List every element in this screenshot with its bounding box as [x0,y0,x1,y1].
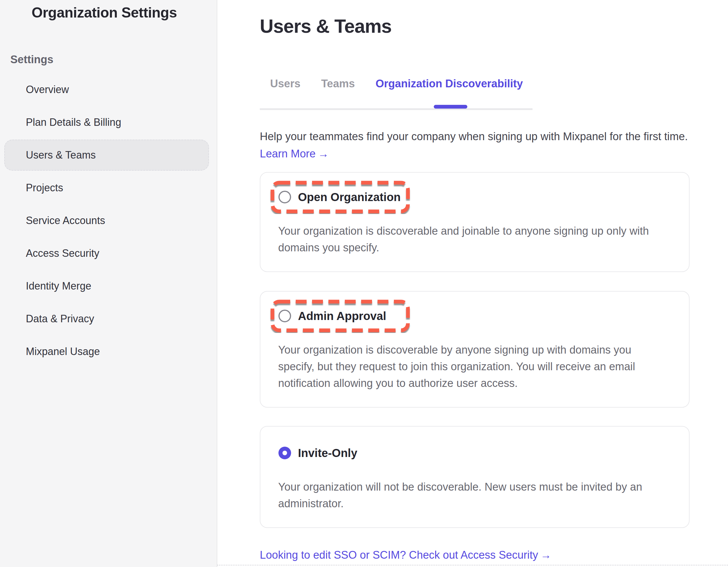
bottom-divider [217,565,728,566]
sidebar-nav: Overview Plan Details & Billing Users & … [0,73,217,368]
sidebar-item-data-privacy[interactable]: Data & Privacy [0,303,217,335]
option-description: Your organization is discoverable by any… [278,342,681,392]
sidebar-item-mixpanel-usage[interactable]: Mixpanel Usage [0,335,217,368]
sidebar: Organization Settings Settings Overview … [0,0,217,567]
tab-organization-discoverability[interactable]: Organization Discoverability [375,78,523,90]
option-card-invite-only: Invite-Only Your organization will not b… [260,426,690,528]
option-label: Open Organization [298,191,401,204]
sidebar-item-access-security[interactable]: Access Security [0,237,217,270]
option-label: Invite-Only [298,447,357,460]
radio-open-organization[interactable] [278,191,291,203]
intro-text: Help your teammates find your company wh… [260,128,728,144]
sidebar-title: Organization Settings [32,4,217,21]
radio-invite-only[interactable] [278,447,291,459]
sidebar-section-label: Settings [10,53,217,66]
sidebar-item-service-accounts[interactable]: Service Accounts [0,204,217,237]
option-label: Admin Approval [298,310,386,323]
option-invite-only[interactable]: Invite-Only [270,436,411,470]
main-content: Users & Teams Users Teams Organization D… [217,0,728,567]
learn-more-link[interactable]: Learn More→ [260,146,329,162]
sidebar-item-identity-merge[interactable]: Identity Merge [0,270,217,303]
option-open-organization[interactable]: Open Organization [270,180,411,214]
sidebar-item-label: Access Security [26,247,99,259]
page-title: Users & Teams [260,15,728,37]
option-card-open-organization: Open Organization Your organization is d… [260,172,690,272]
app-window: Organization Settings Settings Overview … [0,0,728,567]
learn-more-label: Learn More [260,148,315,160]
radio-admin-approval[interactable] [278,310,291,322]
sidebar-item-label: Projects [26,182,63,194]
active-tab-indicator [434,105,467,109]
sidebar-item-label: Data & Privacy [26,313,94,325]
option-card-admin-approval: Admin Approval Your organization is disc… [260,291,690,408]
access-security-link[interactable]: Looking to edit SSO or SCIM? Check out A… [260,547,551,563]
option-description: Your organization is discoverable and jo… [278,222,681,256]
tab-teams[interactable]: Teams [321,78,355,90]
sidebar-item-users-teams[interactable]: Users & Teams [0,139,217,171]
tab-bar: Users Teams Organization Discoverability [260,78,728,90]
tab-divider [260,108,533,110]
sidebar-item-label: Users & Teams [26,149,96,161]
sidebar-item-label: Mixpanel Usage [26,346,100,358]
sidebar-item-projects[interactable]: Projects [0,171,217,204]
sidebar-item-plan-details-billing[interactable]: Plan Details & Billing [0,106,217,139]
sidebar-item-label: Plan Details & Billing [26,116,121,128]
sidebar-item-overview[interactable]: Overview [0,73,217,106]
arrow-right-icon: → [540,549,551,561]
option-admin-approval[interactable]: Admin Approval [270,299,411,333]
access-security-label: Looking to edit SSO or SCIM? Check out A… [260,549,538,561]
option-description: Your organization will not be discoverab… [278,479,681,512]
sidebar-item-label: Overview [26,84,69,96]
sidebar-item-label: Service Accounts [26,214,105,226]
arrow-right-icon: → [318,148,329,160]
tab-users[interactable]: Users [270,78,301,90]
sidebar-item-label: Identity Merge [26,280,91,292]
